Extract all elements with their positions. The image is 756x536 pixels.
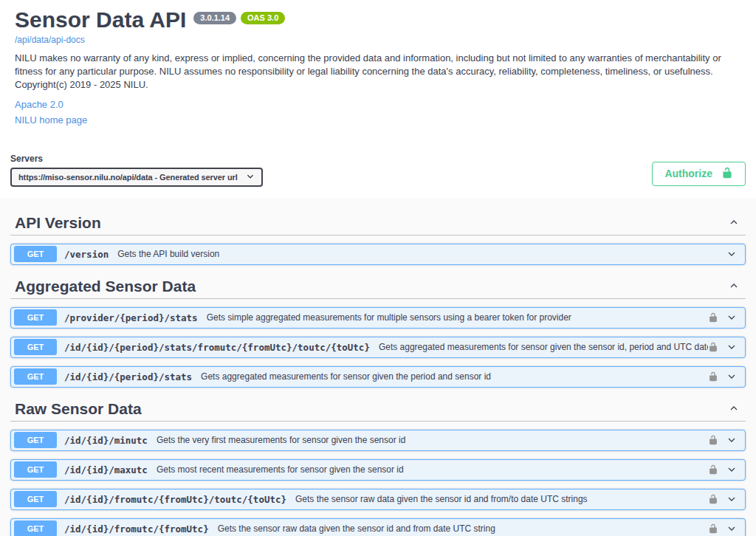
- endpoint-summary: Gets aggregated measurements for sensor …: [379, 342, 708, 352]
- section-title: API Version: [15, 214, 101, 231]
- get-method-badge: GET: [14, 461, 57, 478]
- endpoint-row-version[interactable]: GET /version Gets the API build version: [10, 244, 746, 265]
- lock-icon[interactable]: [708, 523, 718, 534]
- endpoint-path: /version: [64, 249, 109, 260]
- endpoint-row-id-period-stats[interactable]: GET /id/{id}/{period}/stats Gets aggrega…: [10, 366, 746, 388]
- chevron-down-icon[interactable]: [726, 248, 738, 260]
- endpoint-path: /id/{id}/{period}/stats: [64, 371, 192, 382]
- endpoint-summary: Gets the very first measurements for sen…: [157, 435, 708, 445]
- endpoint-summary: Gets the API build version: [117, 249, 726, 259]
- servers-label: Servers: [10, 154, 263, 164]
- endpoint-path: /id/{id}/fromutc/{fromUtc}: [64, 523, 209, 535]
- server-select[interactable]: https://miso-sensor.nilu.no/api/data - G…: [10, 168, 263, 187]
- endpoint-row-id-period-stats-range[interactable]: GET /id/{id}/{period}/stats/fromutc/{fro…: [10, 337, 746, 358]
- endpoint-path: /id/{id}/fromutc/{fromUtc}/toutc/{toUtc}: [64, 494, 286, 505]
- operations-area: API Version GET /version Gets the API bu…: [0, 199, 756, 536]
- endpoint-summary: Gets the sensor raw data given the senso…: [295, 494, 708, 504]
- get-method-badge: GET: [14, 491, 57, 507]
- section-title: Aggregated Sensor Data: [15, 278, 196, 295]
- lock-icon[interactable]: [708, 371, 718, 382]
- get-method-badge: GET: [14, 246, 57, 262]
- section-header-raw-sensor-data[interactable]: Raw Sensor Data: [10, 396, 746, 422]
- chevron-down-icon[interactable]: [726, 341, 738, 353]
- unlock-icon: [721, 167, 733, 181]
- lock-icon[interactable]: [708, 435, 718, 445]
- get-method-badge: GET: [14, 339, 57, 355]
- authorize-label: Authorize: [664, 168, 712, 179]
- endpoint-summary: Gets most recent measurements for sensor…: [157, 464, 708, 475]
- contact-link[interactable]: NILU home page: [15, 114, 741, 126]
- endpoint-row-fromutc-toutc[interactable]: GET /id/{id}/fromutc/{fromUtc}/toutc/{to…: [10, 489, 746, 510]
- chevron-up-icon[interactable]: [728, 216, 740, 228]
- endpoint-summary: Gets aggregated measurements for sensor …: [201, 371, 708, 382]
- spec-url-link[interactable]: /api/data/api-docs: [15, 35, 85, 45]
- lock-icon[interactable]: [708, 312, 718, 323]
- section-header-api-version[interactable]: API Version: [10, 210, 746, 236]
- chevron-down-icon[interactable]: [726, 312, 738, 323]
- server-select-value: https://miso-sensor.nilu.no/api/data - G…: [18, 173, 238, 182]
- get-method-badge: GET: [14, 432, 57, 448]
- endpoint-summary: Gets the sensor raw data given the senso…: [218, 523, 708, 534]
- page-title: Sensor Data API: [15, 7, 186, 32]
- section-header-aggregated-sensor-data[interactable]: Aggregated Sensor Data: [10, 274, 746, 299]
- get-method-badge: GET: [14, 520, 57, 536]
- endpoint-row-fromutc[interactable]: GET /id/{id}/fromutc/{fromUtc} Gets the …: [10, 518, 746, 536]
- chevron-down-icon[interactable]: [726, 434, 738, 446]
- endpoint-path: /id/{id}/minutc: [64, 435, 148, 446]
- chevron-up-icon[interactable]: [728, 280, 740, 292]
- api-info-header: Sensor Data API 3.0.1.14 OAS 3.0 /api/da…: [0, 0, 756, 126]
- endpoint-path: /id/{id}/{period}/stats/fromutc/{fromUtc…: [64, 342, 370, 353]
- chevron-down-icon[interactable]: [726, 371, 738, 382]
- api-description: NILU makes no warranty of any kind, expr…: [15, 52, 741, 92]
- chevron-up-icon[interactable]: [728, 402, 740, 414]
- oas-badge: OAS 3.0: [241, 12, 285, 24]
- version-badge: 3.0.1.14: [193, 12, 236, 24]
- chevron-down-icon[interactable]: [726, 493, 738, 505]
- get-method-badge: GET: [14, 309, 57, 326]
- endpoint-path: /provider/{period}/stats: [64, 312, 198, 323]
- lock-icon[interactable]: [708, 464, 718, 475]
- endpoint-path: /id/{id}/maxutc: [64, 464, 148, 475]
- endpoint-row-provider-stats[interactable]: GET /provider/{period}/stats Gets simple…: [10, 307, 746, 329]
- lock-icon[interactable]: [708, 342, 718, 352]
- endpoint-row-maxutc[interactable]: GET /id/{id}/maxutc Gets most recent mea…: [10, 459, 746, 481]
- scheme-container: Servers https://miso-sensor.nilu.no/api/…: [0, 154, 756, 199]
- endpoint-summary: Gets simple aggregated measurements for …: [207, 312, 708, 323]
- chevron-down-icon: [246, 171, 255, 184]
- lock-icon[interactable]: [708, 494, 718, 504]
- authorize-button[interactable]: Authorize: [652, 162, 746, 186]
- license-link[interactable]: Apache 2.0: [15, 99, 741, 110]
- get-method-badge: GET: [14, 368, 57, 385]
- chevron-down-icon[interactable]: [726, 464, 738, 475]
- section-title: Raw Sensor Data: [15, 400, 142, 417]
- servers-block: Servers https://miso-sensor.nilu.no/api/…: [10, 154, 263, 187]
- chevron-down-icon[interactable]: [726, 523, 738, 535]
- endpoint-row-minutc[interactable]: GET /id/{id}/minutc Gets the very first …: [10, 430, 746, 451]
